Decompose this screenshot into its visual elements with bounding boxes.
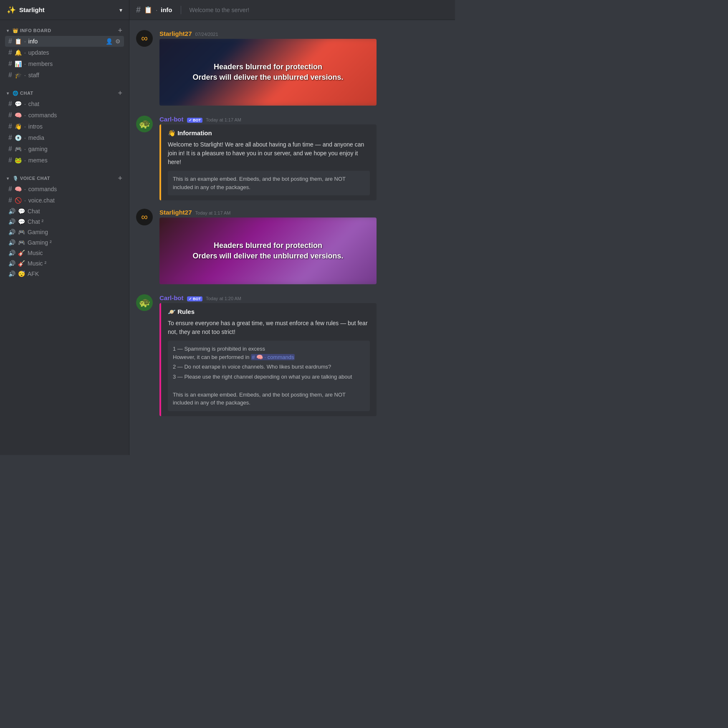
server-icon: ✨ bbox=[7, 5, 16, 15]
channel-item-voice-chat[interactable]: # 🚫 · voice.chat bbox=[5, 195, 124, 206]
channel-item-members[interactable]: # 📊 · members bbox=[5, 58, 124, 69]
channel-label-updates: updates bbox=[28, 49, 121, 56]
voice-item-music2[interactable]: 🔊 🎸 Music ² bbox=[5, 258, 124, 268]
embed-inner-information: This is an example embed. Embeds, and th… bbox=[168, 171, 370, 195]
message-author-carlbot-1: Carl-bot bbox=[159, 116, 184, 123]
category-plus-voice[interactable]: + bbox=[118, 174, 122, 182]
blurred-notice-text-2: Headers blurred for protectionOrders wil… bbox=[192, 240, 343, 261]
channel-item-gaming[interactable]: # 🎮 · gaming bbox=[5, 144, 124, 154]
message-group-3: ∞ Starlight27 Today at 1:17 AM Headers b… bbox=[129, 205, 455, 289]
speaker-icon-music2: 🔊 bbox=[8, 260, 15, 267]
channel-label-info: info bbox=[28, 38, 103, 45]
sidebar: ▾ 👑 INFO BOARD + # 📋 · info 👤 ⚙ # 🔔 bbox=[0, 20, 129, 455]
channel-item-media[interactable]: # 💿 · media bbox=[5, 132, 124, 143]
category-name-voice: ▾ 🎙️ VOICE CHAT bbox=[7, 176, 50, 181]
embed-title-information: 👋 Information bbox=[168, 129, 370, 137]
category-voice-chat: ▾ 🎙️ VOICE CHAT + # 🧠 · commands # 🚫 · v… bbox=[0, 168, 129, 281]
category-header-chat[interactable]: ▾ 🌐 CHAT + bbox=[3, 89, 126, 97]
channel-header-name: info bbox=[161, 6, 172, 13]
blurred-overlay-rules: Headers blurred for protectionOrders wil… bbox=[192, 240, 343, 261]
channel-label-members: members bbox=[28, 61, 121, 67]
add-member-icon[interactable]: 👤 bbox=[106, 38, 113, 45]
avatar-carlbot-1: 🐢 bbox=[136, 116, 153, 132]
channel-item-info[interactable]: # 📋 · info 👤 ⚙ bbox=[5, 36, 124, 47]
channel-mention-commands[interactable]: # 🧠 · commands bbox=[251, 354, 295, 360]
channel-label-staff: staff bbox=[28, 72, 121, 78]
category-arrow-info-board: ▾ bbox=[7, 28, 9, 33]
embed-inner-rules: 1 — Spamming is prohibited in excessHowe… bbox=[168, 341, 370, 411]
message-author-carlbot-2: Carl-bot bbox=[159, 294, 184, 301]
bot-badge-2: ✓ BOT bbox=[187, 296, 203, 301]
category-header-voice[interactable]: ▾ 🎙️ VOICE CHAT + bbox=[3, 174, 126, 182]
embed-body-rules: To ensure everyone has a great time, we … bbox=[168, 319, 370, 336]
category-icon-chat: 🌐 bbox=[13, 91, 19, 96]
channel-item-vc-commands[interactable]: # 🧠 · commands bbox=[5, 184, 124, 195]
server-dropdown-icon[interactable]: ▾ bbox=[119, 7, 122, 13]
message-content-1: Starlight27 07/24/2021 Headers blurred f… bbox=[159, 30, 448, 107]
server-name: Starlight bbox=[19, 6, 119, 13]
channel-hash-info: # bbox=[8, 38, 12, 45]
voice-item-music[interactable]: 🔊 🎸 Music bbox=[5, 248, 124, 258]
channel-item-memes[interactable]: # 🐸 · memes bbox=[5, 155, 124, 166]
channel-dot-updates: · bbox=[24, 49, 26, 56]
message-group-2: 🐢 Carl-bot ✓ BOT Today at 1:17 AM 👋 Info… bbox=[129, 112, 455, 204]
channel-hash-updates: # bbox=[8, 49, 12, 56]
message-header-4: Carl-bot ✓ BOT Today at 1:20 AM bbox=[159, 294, 448, 301]
category-info-board: ▾ 👑 INFO BOARD + # 📋 · info 👤 ⚙ # 🔔 bbox=[0, 20, 129, 83]
category-plus-chat[interactable]: + bbox=[118, 89, 122, 97]
voice-item-chat2[interactable]: 🔊 💬 Chat ² bbox=[5, 217, 124, 227]
message-group-4: 🐢 Carl-bot ✓ BOT Today at 1:20 AM 🪐 Rule… bbox=[129, 291, 455, 420]
embed-rules: 🪐 Rules To ensure everyone has a great t… bbox=[159, 303, 377, 416]
top-bar: ✨ Starlight ▾ # 📋 · info Welcome to the … bbox=[0, 0, 455, 20]
blurred-notice-text-1: Headers blurred for protectionOrders wil… bbox=[192, 62, 343, 83]
channel-item-intros[interactable]: # 👋 · intros bbox=[5, 121, 124, 132]
message-timestamp-4: Today at 1:20 AM bbox=[206, 296, 241, 301]
channel-item-commands[interactable]: # 🧠 · commands bbox=[5, 110, 124, 121]
channel-header-divider bbox=[181, 6, 181, 14]
channel-item-chat[interactable]: # 💬 · chat bbox=[5, 99, 124, 109]
category-name-info-board: ▾ 👑 INFO BOARD bbox=[7, 28, 51, 33]
message-header-1: Starlight27 07/24/2021 bbox=[159, 30, 448, 37]
channel-emoji-staff: 🎓 bbox=[15, 72, 22, 78]
channel-hash-staff: # bbox=[8, 71, 12, 79]
category-arrow-chat: ▾ bbox=[7, 91, 9, 96]
voice-item-chat[interactable]: 🔊 💬 Chat bbox=[5, 206, 124, 216]
speaker-icon-gaming2: 🔊 bbox=[8, 239, 15, 246]
avatar-carlbot-2: 🐢 bbox=[136, 294, 153, 311]
category-icon-info-board: 👑 bbox=[13, 28, 19, 33]
embed-body-information: Welcome to Starlight! We are all about h… bbox=[168, 140, 370, 167]
message-content-4: Carl-bot ✓ BOT Today at 1:20 AM 🪐 Rules … bbox=[159, 294, 448, 416]
channel-emoji-updates: 🔔 bbox=[15, 49, 22, 56]
channel-item-staff[interactable]: # 🎓 · staff bbox=[5, 70, 124, 81]
category-name-chat: ▾ 🌐 CHAT bbox=[7, 91, 33, 96]
channel-header-dot: · bbox=[156, 7, 157, 13]
channel-hash-members: # bbox=[8, 60, 12, 68]
voice-item-gaming[interactable]: 🔊 🎮 Gaming bbox=[5, 227, 124, 237]
speaker-icon-gaming: 🔊 bbox=[8, 229, 15, 235]
channel-item-updates[interactable]: # 🔔 · updates bbox=[5, 47, 124, 58]
embed-rule-3: 3 — Please use the right channel dependi… bbox=[173, 373, 365, 381]
message-timestamp-3: Today at 1:17 AM bbox=[195, 210, 231, 215]
blurred-image-rules: Headers blurred for protectionOrders wil… bbox=[159, 217, 377, 284]
speaker-icon-music: 🔊 bbox=[8, 250, 15, 256]
voice-item-gaming2[interactable]: 🔊 🎮 Gaming ² bbox=[5, 238, 124, 248]
channel-header-topic: Welcome to the server! bbox=[190, 7, 250, 13]
category-chat: ▾ 🌐 CHAT + # 💬 · chat # 🧠 · commands # bbox=[0, 83, 129, 168]
message-group-1: ∞ Starlight27 07/24/2021 Headers blurred… bbox=[129, 27, 455, 111]
bot-badge-1: ✓ BOT bbox=[187, 118, 203, 123]
message-author-starlight27-1: Starlight27 bbox=[159, 30, 192, 37]
speaker-icon-chat: 🔊 bbox=[8, 208, 15, 215]
main-layout: ▾ 👑 INFO BOARD + # 📋 · info 👤 ⚙ # 🔔 bbox=[0, 20, 455, 455]
speaker-icon-afk: 🔊 bbox=[8, 270, 15, 277]
voice-item-afk[interactable]: 🔊 😴 AFK bbox=[5, 269, 124, 279]
category-arrow-voice: ▾ bbox=[7, 176, 9, 181]
category-plus-info-board[interactable]: + bbox=[118, 27, 122, 34]
gear-icon[interactable]: ⚙ bbox=[115, 38, 121, 45]
speaker-icon-chat2: 🔊 bbox=[8, 218, 15, 225]
server-header[interactable]: ✨ Starlight ▾ bbox=[0, 0, 129, 20]
avatar-starlight27-1: ∞ bbox=[136, 30, 153, 47]
channel-header: # 📋 · info Welcome to the server! bbox=[129, 5, 455, 15]
message-author-starlight27-2: Starlight27 bbox=[159, 209, 192, 216]
category-header-info-board[interactable]: ▾ 👑 INFO BOARD + bbox=[3, 27, 126, 34]
channel-header-icon: 📋 bbox=[144, 6, 152, 14]
